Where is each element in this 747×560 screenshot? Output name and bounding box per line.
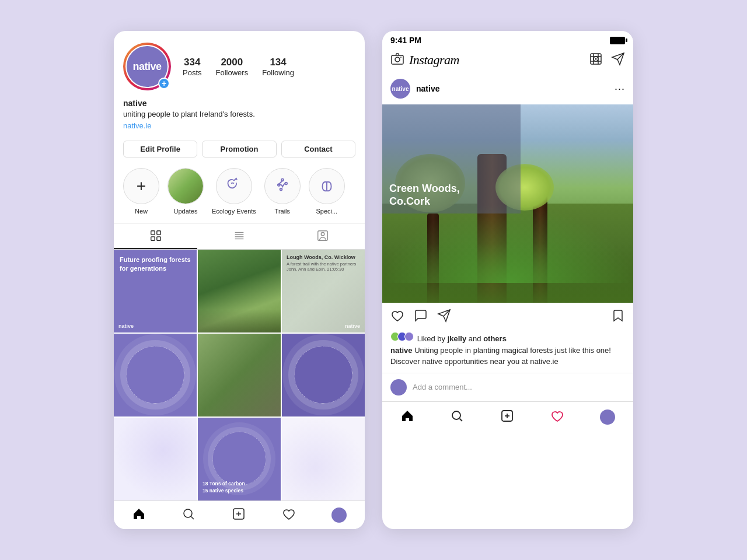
profile-link[interactable]: native.ie bbox=[123, 121, 355, 130]
nav-profile-avatar bbox=[331, 508, 347, 523]
highlight-updates[interactable]: Updates bbox=[167, 168, 204, 215]
highlight-updates-label: Updates bbox=[174, 208, 198, 215]
post-location-text: Creen Woods,Co.Cork bbox=[389, 183, 460, 208]
likes-text: Liked by jkelly and others bbox=[417, 334, 507, 343]
home-icon bbox=[400, 409, 414, 423]
comment-button[interactable] bbox=[414, 309, 428, 325]
grid-cell-9[interactable] bbox=[282, 418, 365, 501]
grid-cell-2[interactable] bbox=[198, 250, 281, 332]
grid-cell-8[interactable]: 18 Tons of carbon15 native species bbox=[198, 418, 281, 501]
svg-point-25 bbox=[595, 58, 597, 60]
tab-grid[interactable] bbox=[114, 223, 197, 249]
left-bottom-nav bbox=[114, 501, 365, 529]
post-more-button[interactable]: ··· bbox=[615, 83, 625, 95]
nav-profile[interactable] bbox=[600, 410, 615, 425]
like-button[interactable] bbox=[390, 309, 404, 325]
highlight-plus-icon: + bbox=[137, 178, 146, 194]
followers-label: Followers bbox=[216, 68, 249, 77]
highlight-ecology-circle bbox=[216, 168, 252, 204]
cell1-native-label: native bbox=[118, 323, 134, 329]
ig-reel-icon[interactable] bbox=[589, 52, 603, 68]
likes-others[interactable]: others bbox=[483, 334, 507, 343]
ig-post-image: Creen Woods,Co.Cork bbox=[382, 104, 633, 303]
promotion-button[interactable]: Promotion bbox=[202, 141, 276, 158]
grid-cell-3[interactable]: Lough Woods, Co. Wicklow A forest trail … bbox=[282, 250, 365, 332]
nav-heart[interactable] bbox=[550, 409, 564, 425]
post-avatar-text: native bbox=[392, 86, 409, 92]
svg-point-22 bbox=[400, 57, 402, 58]
search-icon bbox=[450, 409, 464, 423]
svg-point-14 bbox=[322, 232, 325, 236]
share-icon bbox=[437, 309, 451, 323]
nav-add[interactable] bbox=[232, 507, 246, 523]
ig-post-actions-left bbox=[390, 309, 451, 325]
ig-send-icon[interactable] bbox=[611, 52, 625, 68]
likes-dot-3 bbox=[404, 332, 414, 341]
avatar-text: native bbox=[132, 61, 161, 73]
nav-home[interactable] bbox=[400, 409, 414, 425]
nav-add[interactable] bbox=[500, 409, 514, 425]
grid-cell-6[interactable] bbox=[282, 334, 365, 416]
grid-cell-7[interactable] bbox=[114, 418, 197, 501]
nav-heart[interactable] bbox=[282, 507, 296, 523]
search-icon bbox=[181, 507, 196, 521]
contact-button[interactable]: Contact bbox=[281, 141, 355, 158]
tab-list[interactable] bbox=[197, 223, 281, 249]
add-icon bbox=[500, 409, 514, 423]
ig-comment-avatar bbox=[390, 379, 407, 396]
highlight-updates-circle bbox=[167, 168, 204, 204]
highlight-trails-circle bbox=[264, 168, 301, 204]
left-phone-profile: native + 334 Posts 2000 Followers 134 Fo… bbox=[114, 31, 365, 528]
photo-grid: Future proofing forests for generations … bbox=[114, 250, 365, 501]
heart-icon bbox=[390, 309, 404, 323]
svg-rect-8 bbox=[156, 236, 160, 240]
following-count: 134 bbox=[270, 57, 286, 68]
nav-search[interactable] bbox=[181, 507, 196, 523]
grid-cell-4[interactable] bbox=[114, 334, 197, 416]
stat-followers: 2000 Followers bbox=[216, 57, 249, 77]
svg-rect-7 bbox=[151, 236, 154, 240]
highlight-species-circle bbox=[309, 168, 345, 204]
nav-home[interactable] bbox=[132, 507, 146, 523]
tab-tagged[interactable] bbox=[281, 223, 365, 249]
ig-post-user[interactable]: native native bbox=[390, 79, 439, 99]
share-button[interactable] bbox=[437, 309, 451, 325]
post-avatar: native bbox=[390, 79, 410, 99]
svg-line-31 bbox=[460, 418, 463, 421]
highlight-new[interactable]: + New bbox=[123, 168, 159, 215]
battery-icon bbox=[610, 37, 625, 44]
highlights-row: + New Updates Ecology Events bbox=[114, 162, 365, 223]
svg-point-21 bbox=[395, 57, 400, 62]
posts-label: Posts bbox=[183, 68, 202, 77]
caption-username: native bbox=[390, 346, 414, 355]
highlight-ecology[interactable]: Ecology Events bbox=[212, 168, 256, 215]
svg-point-30 bbox=[452, 411, 460, 419]
camera-icon[interactable] bbox=[390, 52, 404, 68]
likes-username[interactable]: jkelly bbox=[448, 334, 467, 343]
avatar-add-button[interactable]: + bbox=[158, 78, 170, 89]
grid-cell-5[interactable] bbox=[198, 334, 281, 416]
highlight-species[interactable]: Speci... bbox=[309, 168, 345, 215]
bird-icon bbox=[225, 176, 243, 196]
cell3-caption: Lough Woods, Co. Wicklow A forest trail … bbox=[287, 254, 360, 273]
nav-profile[interactable] bbox=[331, 508, 347, 523]
ig-comment-input[interactable]: Add a comment... bbox=[382, 373, 633, 401]
cell8-text: 18 Tons of carbon15 native species bbox=[203, 481, 276, 495]
posts-count: 334 bbox=[184, 57, 200, 68]
grid-icon bbox=[149, 229, 162, 242]
nav-profile-avatar bbox=[600, 410, 615, 425]
likes-and: and bbox=[469, 334, 483, 343]
save-button[interactable] bbox=[611, 309, 625, 325]
edit-profile-button[interactable]: Edit Profile bbox=[123, 141, 197, 158]
nav-search[interactable] bbox=[450, 409, 464, 425]
add-icon bbox=[232, 507, 246, 521]
profile-bio: uniting people to plant Ireland's forest… bbox=[123, 109, 355, 120]
likes-avatars bbox=[390, 332, 411, 341]
grid-cell-1[interactable]: Future proofing forests for generations … bbox=[114, 250, 197, 332]
followers-count: 2000 bbox=[221, 57, 243, 68]
list-icon bbox=[233, 229, 246, 242]
highlight-trails[interactable]: Trails bbox=[264, 168, 301, 215]
comment-placeholder: Add a comment... bbox=[413, 383, 472, 391]
action-buttons: Edit Profile Promotion Contact bbox=[114, 136, 365, 162]
post-username: native bbox=[416, 84, 439, 93]
